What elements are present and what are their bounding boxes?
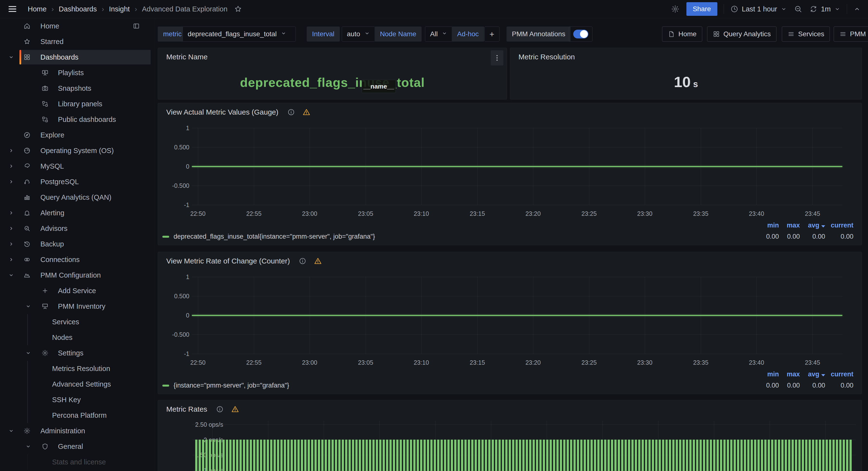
- sidebar-item-general[interactable]: General: [0, 439, 155, 454]
- sidebar-item-dashboards[interactable]: Dashboards: [0, 49, 155, 65]
- time-range-picker[interactable]: Last 1 hour: [730, 5, 787, 13]
- sidebar-item-metrics-resolution[interactable]: Metrics Resolution: [0, 361, 155, 376]
- bell-icon: [23, 209, 31, 216]
- chevron-right-icon[interactable]: [8, 210, 14, 216]
- chevron-down-icon[interactable]: [8, 272, 14, 278]
- legend-series-item[interactable]: {instance="pmm-server", job="grafana"}: [162, 382, 289, 389]
- chevron-right-icon[interactable]: [8, 163, 14, 169]
- document-icon: [668, 30, 675, 38]
- sidebar-item-ssh-key[interactable]: SSH Key: [0, 392, 155, 407]
- sidebar-item-starred[interactable]: Starred: [0, 34, 155, 49]
- presentation-icon: [41, 69, 49, 76]
- nav-button-pmm[interactable]: PMM: [834, 27, 868, 42]
- sidebar-item-advisors[interactable]: Advisors: [0, 221, 155, 236]
- sidebar-item-add-service[interactable]: Add Service: [0, 283, 155, 299]
- warning-icon[interactable]: [314, 257, 322, 265]
- breadcrumb-separator: ›: [51, 5, 54, 13]
- x-axis-tick-label: 23:20: [519, 210, 548, 217]
- panel-title[interactable]: View Actual Metric Values (Gauge): [166, 108, 311, 116]
- sidebar-item-library-panels[interactable]: Library panels: [0, 96, 155, 112]
- series-label: {instance="pmm-server", job="grafana"}: [174, 382, 289, 389]
- legend-value: 0.00: [825, 382, 854, 389]
- sidebar-item-backup[interactable]: Backup: [0, 236, 155, 252]
- chevron-right-icon[interactable]: [8, 241, 14, 247]
- chevron-right-icon[interactable]: [8, 226, 14, 231]
- pmm-annotations-toggle[interactable]: [569, 27, 592, 42]
- sidebar-item-administration[interactable]: Administration: [0, 423, 155, 439]
- breadcrumb-item[interactable]: Home: [28, 5, 46, 13]
- breadcrumb-item[interactable]: Insight: [109, 5, 130, 13]
- variable-value-dropdown[interactable]: auto: [342, 27, 375, 42]
- menu-icon[interactable]: [7, 4, 18, 14]
- legend-column-avg[interactable]: avg: [800, 371, 825, 378]
- info-icon[interactable]: [287, 108, 295, 116]
- refresh-picker[interactable]: 1m: [809, 5, 840, 13]
- sidebar-item-connections[interactable]: Connections: [0, 252, 155, 267]
- sidebar-item-services[interactable]: Services: [0, 314, 155, 330]
- legend-column-current[interactable]: current: [825, 371, 854, 378]
- legend-column-min[interactable]: min: [758, 371, 779, 378]
- sidebar-item-public-dashboards[interactable]: Public dashboards: [0, 112, 155, 127]
- dock-icon[interactable]: [133, 22, 140, 30]
- nav-button-home[interactable]: Home: [662, 27, 702, 42]
- chevron-down-icon[interactable]: [25, 303, 31, 309]
- tree-indent-line: [27, 376, 28, 392]
- sidebar-item-pmm-inventory[interactable]: PMM Inventory: [0, 299, 155, 314]
- chevron-right-icon[interactable]: [8, 257, 14, 263]
- panel-title[interactable]: Metric Name: [166, 53, 208, 61]
- legend-series-item[interactable]: deprecated_flags_inuse_total{instance="p…: [162, 233, 375, 240]
- sidebar-item-stats-and-license[interactable]: Stats and license: [0, 454, 155, 470]
- sidebar-item-explore[interactable]: Explore: [0, 127, 155, 143]
- add-adhoc-filter-button[interactable]: +: [485, 27, 499, 42]
- bar-chart: 2.50 ops/s2 ops/s1.50 ops/s1 ops/s: [192, 421, 856, 471]
- breadcrumb-item[interactable]: Dashboards: [59, 5, 97, 13]
- chevron-down-icon[interactable]: [25, 350, 31, 356]
- chevron-down-icon[interactable]: [25, 443, 31, 449]
- zoom-out-icon[interactable]: [794, 5, 803, 13]
- sidebar-item-home[interactable]: Home: [0, 18, 155, 34]
- sidebar-item-label: Services: [52, 318, 79, 326]
- panel-title[interactable]: Metric Resolution: [519, 53, 575, 61]
- sidebar-item-pmm-configuration[interactable]: PMM Configuration: [0, 267, 155, 283]
- info-icon[interactable]: [299, 257, 306, 265]
- chevron-right-icon[interactable]: [8, 179, 14, 184]
- gear-icon[interactable]: [671, 5, 680, 13]
- sidebar-item-mysql[interactable]: MySQL: [0, 158, 155, 174]
- home-icon: [23, 22, 31, 30]
- warning-icon[interactable]: [231, 405, 239, 413]
- sidebar-item-percona-platform[interactable]: Percona Platform: [0, 407, 155, 423]
- chevron-up-icon[interactable]: [854, 5, 861, 13]
- info-icon[interactable]: [216, 405, 224, 413]
- tree-indent-line: [27, 454, 28, 470]
- warning-icon[interactable]: [302, 108, 311, 116]
- panel-title[interactable]: Metric Rates: [166, 405, 239, 413]
- chevron-right-icon[interactable]: [8, 148, 14, 154]
- sidebar-item-nodes[interactable]: Nodes: [0, 330, 155, 345]
- sidebar-item-operating-system-os[interactable]: Operating System (OS): [0, 143, 155, 158]
- legend-column-avg[interactable]: avg: [800, 222, 825, 229]
- variable-value-dropdown[interactable]: deprecated_flags_inuse_total: [183, 27, 296, 42]
- chevron-down-icon[interactable]: [8, 428, 14, 434]
- clock-icon: [730, 5, 739, 13]
- share-button[interactable]: Share: [686, 2, 717, 16]
- panel-title[interactable]: View Metric Rate of Change (Counter): [166, 257, 322, 265]
- variable-value-dropdown[interactable]: All: [425, 27, 453, 42]
- sidebar-item-postgresql[interactable]: PostgreSQL: [0, 174, 155, 190]
- sidebar-item-settings[interactable]: Settings: [0, 345, 155, 361]
- star-icon[interactable]: [234, 5, 242, 13]
- nav-button-services[interactable]: Services: [782, 27, 830, 42]
- sidebar-item-alerting[interactable]: Alerting: [0, 205, 155, 221]
- legend-column-current[interactable]: current: [825, 222, 854, 229]
- sidebar-item-snapshots[interactable]: Snapshots: [0, 80, 155, 96]
- nav-button-query-analytics[interactable]: Query Analytics: [707, 27, 776, 42]
- refresh-icon[interactable]: [809, 5, 817, 13]
- series-line: [192, 166, 842, 167]
- sidebar-item-playlists[interactable]: Playlists: [0, 65, 155, 80]
- panel-menu-kebab-icon[interactable]: [491, 51, 503, 65]
- sidebar-item-advanced-settings[interactable]: Advanced Settings: [0, 376, 155, 392]
- legend-column-max[interactable]: max: [779, 371, 800, 378]
- sidebar-item-query-analytics-qan[interactable]: Query Analytics (QAN): [0, 190, 155, 205]
- legend-column-min[interactable]: min: [758, 222, 779, 229]
- chevron-down-icon[interactable]: [8, 54, 14, 60]
- legend-column-max[interactable]: max: [779, 222, 800, 229]
